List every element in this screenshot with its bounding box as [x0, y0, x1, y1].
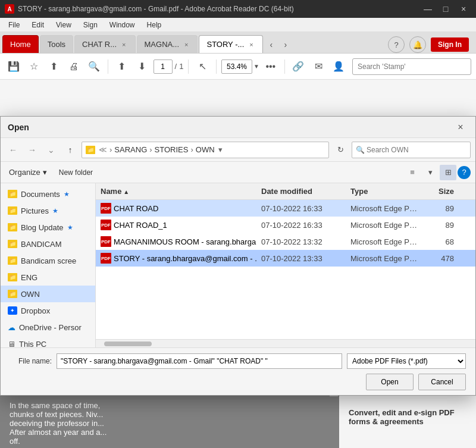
addr-refresh-button[interactable]: ↻	[333, 142, 348, 158]
col-header-size[interactable]: Size	[423, 187, 459, 196]
menu-view[interactable]: View	[50, 19, 77, 31]
lower-text-4: off.	[10, 437, 330, 446]
addr-recent-button[interactable]: ⌄	[43, 142, 59, 158]
notification-button[interactable]: 🔔	[409, 36, 426, 53]
breadcrumb-dropdown-icon[interactable]: ▾	[218, 145, 223, 154]
tab-tools[interactable]: Tools	[40, 35, 73, 53]
breadcrumb[interactable]: 📁 ≪ › SARANG › STORIES › OWN ▾	[82, 142, 329, 158]
open-dialog: Open × ← → ⌄ ↑ 📁 ≪ › SARANG › STORIES › …	[0, 116, 476, 396]
filename-input[interactable]	[57, 353, 342, 369]
dialog-close-button[interactable]: ×	[453, 120, 468, 135]
file-row[interactable]: PDF CHAT ROAD_1 07-10-2022 16:33 Microso…	[96, 217, 475, 233]
toolbar-separator-4	[284, 59, 285, 74]
file-date: 07-10-2022 13:33	[256, 254, 346, 263]
sidebar-item-bandicam[interactable]: 📁 BANDICAM	[1, 236, 95, 252]
addr-forward-button[interactable]: →	[24, 142, 40, 158]
sidebar-item-pictures[interactable]: 📁 Pictures ★	[1, 202, 95, 219]
tab-home[interactable]: Home	[2, 35, 39, 53]
menu-window[interactable]: Window	[104, 19, 141, 31]
minimize-button[interactable]: —	[420, 2, 436, 15]
file-row[interactable]: PDF CHAT ROAD 07-10-2022 16:33 Microsoft…	[96, 200, 475, 217]
organize-label: Organize	[9, 168, 40, 177]
organize-button[interactable]: Organize ▾	[5, 166, 51, 178]
organize-chevron: ▾	[43, 168, 47, 177]
file-row[interactable]: PDF STORY - sarang.bhargava@gmail.com - …	[96, 250, 475, 267]
addr-up-button[interactable]: ↑	[62, 142, 78, 158]
help-dialog-button[interactable]: ?	[458, 166, 471, 179]
tab-story-close[interactable]: ×	[248, 40, 255, 49]
save-button[interactable]: 💾	[5, 57, 23, 77]
link-button[interactable]: 🔗	[290, 57, 308, 77]
horizontal-scrollbar[interactable]	[96, 339, 475, 347]
list-view-button[interactable]: ≡	[404, 165, 421, 180]
new-folder-button[interactable]: New folder	[55, 167, 96, 178]
print-button[interactable]: 🖨	[65, 57, 83, 77]
addr-search-input[interactable]	[352, 142, 471, 158]
sidebar-item-blog-update[interactable]: 📁 Blog Update ★	[1, 219, 95, 236]
maximize-button[interactable]: □	[438, 2, 453, 15]
sidebar-bandicam-label: BANDICAM	[21, 240, 62, 249]
addr-back-button[interactable]: ←	[5, 142, 21, 158]
prev-page-button[interactable]: ⬆	[113, 57, 131, 77]
tab-prev-button[interactable]: ‹	[264, 36, 278, 53]
file-size: 89	[423, 221, 459, 230]
menu-help[interactable]: Help	[141, 19, 168, 31]
select-tool-button[interactable]: ↖	[193, 57, 211, 77]
menu-file[interactable]: File	[2, 19, 26, 31]
file-name-cell: PDF STORY - sarang.bhargava@gmail.com - …	[96, 253, 256, 264]
tab-magnanimous[interactable]: MAGNA... ×	[137, 35, 198, 53]
page-current-input[interactable]	[154, 59, 173, 74]
title-bar-left: A STORY - sarang.bhargava@gmail.com - Gm…	[5, 4, 294, 14]
breadcrumb-sarang[interactable]: SARANG	[114, 145, 147, 154]
dialog-cancel-button[interactable]: Cancel	[418, 374, 466, 390]
sign-in-button[interactable]: Sign In	[431, 37, 469, 52]
col-header-type[interactable]: Type	[346, 187, 423, 196]
col-header-date[interactable]: Date modified	[256, 187, 346, 196]
share-button[interactable]: ⬆	[45, 57, 63, 77]
view-dropdown-button[interactable]: ▾	[422, 165, 439, 180]
sidebar-bandicam-screen-icon: 📁	[8, 256, 17, 265]
window-close-button[interactable]: ×	[456, 2, 471, 15]
tab-story[interactable]: STORY -... ×	[199, 35, 262, 53]
sidebar-item-dropbox[interactable]: ✦ Dropbox	[1, 302, 95, 319]
breadcrumb-separator-0: ≪	[99, 145, 107, 154]
lower-text-2: deceiving the professor in...	[10, 419, 330, 428]
user-button[interactable]: 👤	[330, 57, 347, 77]
tab-home-label: Home	[10, 40, 31, 49]
sidebar-eng-label: ENG	[21, 273, 37, 282]
sidebar-item-thispc[interactable]: 🖥 This PC	[1, 336, 95, 347]
tiles-view-button[interactable]: ⊞	[440, 165, 456, 180]
file-type: Microsoft Edge PD...	[346, 254, 423, 263]
next-page-button[interactable]: ⬇	[133, 57, 151, 77]
find-button[interactable]: 🔍	[85, 57, 103, 77]
sidebar-item-eng[interactable]: 📁 ENG	[1, 269, 95, 286]
pdf-icon: PDF	[101, 220, 111, 230]
breadcrumb-own[interactable]: OWN	[196, 145, 215, 154]
tab-magnanimous-close[interactable]: ×	[183, 40, 190, 49]
help-button[interactable]: ?	[388, 36, 405, 53]
sidebar-item-bandicam-screen[interactable]: 📁 Bandicam scree	[1, 252, 95, 269]
filetype-select[interactable]: Adobe PDF Files (*.pdf)	[347, 353, 466, 369]
tab-chat-road[interactable]: CHAT R... ×	[74, 35, 135, 53]
file-size: 68	[423, 237, 459, 246]
sidebar-item-documents[interactable]: 📁 Documents ★	[1, 186, 95, 202]
sidebar-pictures-icon: 📁	[8, 206, 17, 215]
breadcrumb-stories[interactable]: STORIES	[155, 145, 189, 154]
sidebar-item-onedrive[interactable]: ☁ OneDrive - Persor	[1, 319, 95, 336]
tab-next-button[interactable]: ›	[278, 36, 293, 53]
col-header-name[interactable]: Name	[96, 187, 256, 196]
bookmark-button[interactable]: ☆	[25, 57, 43, 77]
sidebar-pictures-label: Pictures	[21, 206, 49, 215]
zoom-dropdown-icon[interactable]: ▼	[253, 63, 259, 70]
sidebar-item-own[interactable]: 📁 OWN	[1, 286, 95, 302]
email-button[interactable]: ✉	[309, 57, 327, 77]
menu-sign[interactable]: Sign	[77, 19, 104, 31]
tab-chat-road-close[interactable]: ×	[120, 40, 127, 49]
more-options-button[interactable]: •••	[262, 57, 280, 77]
file-row[interactable]: PDF MAGNANIMOUS ROOM - sarang.bharga... …	[96, 233, 475, 250]
stamp-search-input[interactable]	[352, 58, 471, 75]
menu-edit[interactable]: Edit	[26, 19, 50, 31]
dialog-body: 📁 Documents ★ 📁 Pictures ★ 📁 Blog Update…	[1, 183, 475, 347]
zoom-input[interactable]	[221, 59, 252, 74]
dialog-open-button[interactable]: Open	[366, 374, 414, 390]
